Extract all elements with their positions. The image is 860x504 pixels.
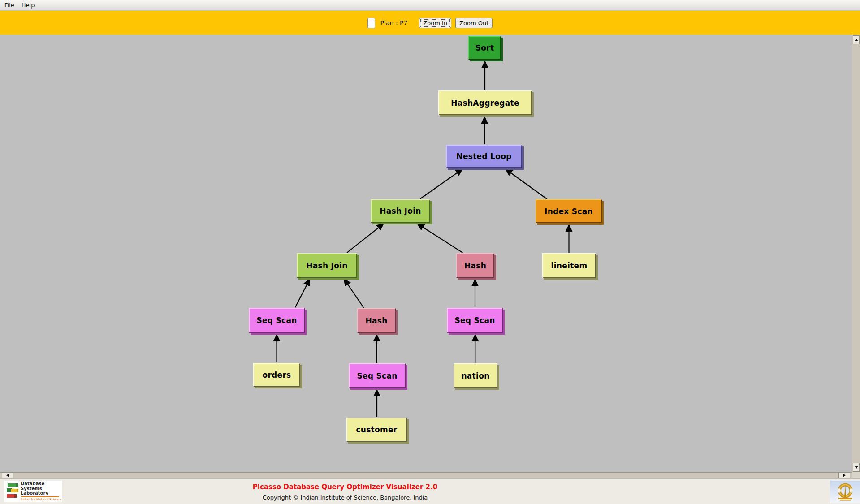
plan-node-customer[interactable]: customer — [346, 418, 407, 442]
plan-node-hash_right[interactable]: Hash — [456, 253, 494, 278]
plan-label: Plan : P7 — [380, 19, 408, 26]
arrow-down-icon — [855, 466, 858, 469]
arrow-right-icon — [843, 474, 846, 477]
plan-edges-layer — [0, 35, 852, 472]
app-title: Picasso Database Query Optimizer Visuali… — [0, 483, 690, 491]
horizontal-scrollbar[interactable] — [0, 472, 852, 478]
zoom-out-button[interactable]: Zoom Out — [455, 18, 493, 28]
plan-node-orders[interactable]: orders — [253, 363, 300, 387]
plan-edge-hashjoin2-to-hashjoin1 — [347, 224, 384, 253]
scroll-down-button[interactable] — [853, 463, 860, 472]
scrollbar-corner — [852, 472, 860, 478]
scroll-left-button[interactable] — [2, 473, 13, 478]
plan-node-hashjoin1[interactable]: Hash Join — [371, 199, 430, 223]
arrow-left-icon — [6, 474, 9, 477]
iisc-emblem-icon — [833, 482, 858, 502]
copyright-text: Copyright © Indian Institute of Science,… — [0, 494, 690, 501]
menu-bar: File Help — [0, 0, 860, 11]
plan-node-hash_left[interactable]: Hash — [357, 308, 396, 333]
scroll-right-button[interactable] — [838, 473, 850, 478]
plan-canvas: SortHashAggregateNested LoopHash JoinInd… — [0, 35, 852, 472]
plan-node-seqscan_left[interactable]: Seq Scan — [249, 308, 305, 333]
plan-node-hashaggregate[interactable]: HashAggregate — [438, 90, 532, 115]
plan-node-sort[interactable]: Sort — [468, 36, 501, 60]
plan-edge-hashjoin1-to-nestedloop — [420, 169, 462, 199]
plan-node-hashjoin2[interactable]: Hash Join — [297, 253, 357, 278]
plan-edge-seqscan_left-to-hashjoin2 — [295, 279, 310, 307]
plan-node-lineitem[interactable]: lineitem — [542, 253, 596, 278]
plan-edge-indexscan-to-nestedloop — [506, 169, 547, 199]
plan-node-indexscan[interactable]: Index Scan — [536, 199, 602, 223]
plan-node-seqscan_right[interactable]: Seq Scan — [447, 308, 503, 333]
plan-node-seqscan_mid[interactable]: Seq Scan — [349, 363, 406, 388]
iisc-logo — [830, 481, 860, 503]
arrow-up-icon — [855, 39, 858, 41]
footer: Database Systems Laboratory Indian Insti… — [0, 478, 860, 504]
plan-node-nation[interactable]: nation — [454, 363, 497, 388]
plan-edge-hash_left-to-hashjoin2 — [344, 279, 363, 308]
menu-file[interactable]: File — [3, 1, 20, 9]
menu-help[interactable]: Help — [20, 1, 40, 9]
plan-color-swatch — [367, 18, 375, 28]
vertical-scrollbar[interactable] — [852, 35, 860, 472]
scroll-up-button[interactable] — [853, 35, 860, 44]
plan-edge-hash_right-to-hashjoin1 — [417, 224, 463, 253]
zoom-in-button[interactable]: Zoom In — [419, 18, 451, 28]
plan-node-nestedloop[interactable]: Nested Loop — [446, 145, 522, 168]
toolbar: Plan : P7 Zoom In Zoom Out — [0, 11, 860, 35]
